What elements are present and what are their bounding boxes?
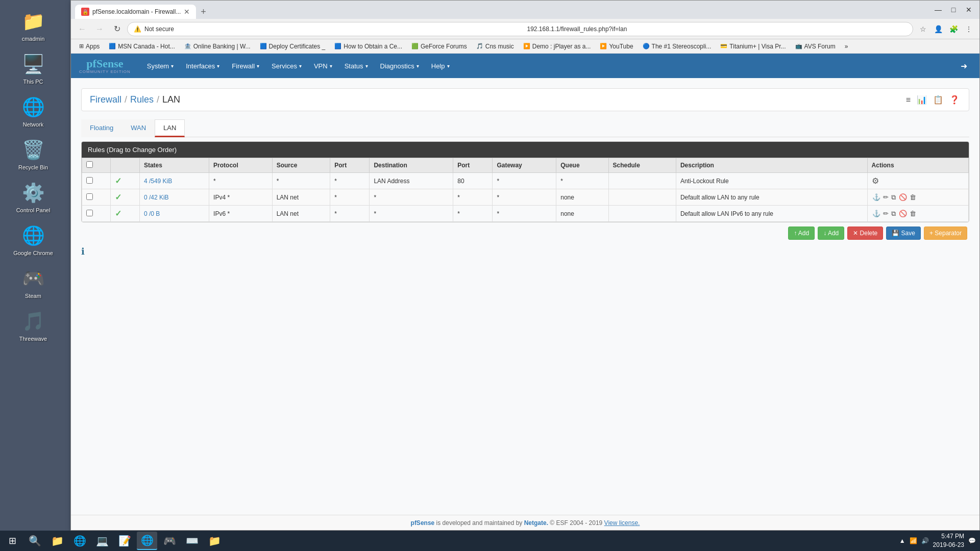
nav-item-firewall[interactable]: Firewall ▾ — [226, 54, 265, 78]
taskbar-steam-button[interactable]: 🎮 — [159, 532, 180, 550]
info-icon[interactable]: ℹ — [81, 246, 85, 257]
taskbar-chrome-button[interactable]: 🌐 — [137, 532, 157, 550]
new-tab-button[interactable]: + — [196, 5, 210, 19]
bookmark-banking[interactable]: 🏦 Online Banking | W... — [180, 42, 255, 51]
bookmark-avs[interactable]: 📺 AVS Forum — [791, 42, 840, 51]
breadcrumb-list-icon[interactable]: 📋 — [932, 94, 944, 106]
bookmark-star-button[interactable]: ☆ — [916, 22, 929, 36]
tray-action-center-icon[interactable]: 💬 — [968, 537, 976, 544]
nav-item-system[interactable]: System ▾ — [141, 54, 180, 78]
taskbar-notepad-button[interactable]: 📝 — [114, 532, 135, 550]
breadcrumb-rules[interactable]: Rules — [130, 94, 154, 105]
back-button[interactable]: ← — [75, 22, 89, 36]
separator-button[interactable]: + Separator — [924, 227, 967, 240]
desktop-icon-steam[interactable]: 🎮 Steam — [5, 262, 61, 303]
select-all-checkbox[interactable] — [86, 161, 93, 168]
desktop-icon-recycle-bin[interactable]: 🗑️ Recycle Bin — [5, 134, 61, 174]
taskbar-folder-button[interactable]: 💻 — [92, 532, 112, 550]
row2-delete-button[interactable]: 🗑 — [910, 193, 916, 201]
nav-item-diagnostics[interactable]: Diagnostics ▾ — [374, 54, 425, 78]
row3-enable: ✓ — [111, 206, 139, 222]
bookmark-geforce[interactable]: 🟩 GeForce Forums — [407, 42, 471, 51]
desktop-icon-threewave[interactable]: 🎵 Threewave — [5, 305, 61, 346]
desktop-icon-this-pc[interactable]: 🖥️ This PC — [5, 48, 61, 89]
row3-edit-button[interactable]: ✏ — [883, 210, 889, 217]
taskbar-extra-button[interactable]: 📁 — [204, 532, 225, 550]
nav-item-help[interactable]: Help ▾ — [425, 54, 456, 78]
start-button[interactable]: ⊞ — [4, 533, 20, 549]
tab-lan[interactable]: LAN — [155, 119, 185, 137]
maximize-button[interactable]: □ — [947, 3, 960, 16]
row2-move-icon[interactable]: ⚓ — [872, 193, 880, 201]
tray-icon-up-arrow[interactable]: ▲ — [899, 537, 905, 544]
bookmark-obtain-cert[interactable]: 🟦 How to Obtain a Ce... — [330, 42, 406, 51]
tab-floating-label: Floating — [90, 124, 113, 132]
jplayer-icon: ▶️ — [523, 43, 530, 49]
taskbar-search-button[interactable]: 🔍 — [24, 532, 45, 550]
desktop-icon-chrome[interactable]: 🌐 Google Chrome — [5, 219, 61, 260]
bookmark-more-button[interactable]: » — [841, 42, 852, 51]
bookmark-youtube-label: YouTube — [609, 43, 633, 50]
forward-button[interactable]: → — [92, 22, 107, 36]
row3-disable-button[interactable]: 🚫 — [899, 210, 907, 217]
nav-item-services[interactable]: Services ▾ — [265, 54, 308, 78]
row2-disable-button[interactable]: 🚫 — [899, 193, 907, 201]
desktop-icon-network[interactable]: 🌐 Network — [5, 91, 61, 132]
tab-floating[interactable]: Floating — [81, 119, 122, 137]
taskbar-terminal-button[interactable]: ⌨️ — [182, 532, 202, 550]
extensions-button[interactable]: 🧩 — [947, 22, 960, 36]
bookmark-apps[interactable]: ⊞ Apps — [75, 42, 104, 51]
reload-button[interactable]: ↻ — [110, 22, 124, 36]
tab-wan[interactable]: WAN — [122, 119, 155, 137]
add-down-button[interactable]: ↓ Add — [818, 227, 844, 240]
close-button[interactable]: ✕ — [962, 3, 975, 16]
row1-queue: * — [556, 173, 608, 189]
breadcrumb-help-icon[interactable]: ❓ — [948, 94, 961, 106]
delete-button[interactable]: ✕ Delete — [847, 227, 883, 240]
row2-copy-button[interactable]: ⧉ — [891, 193, 896, 201]
row1-gear-button[interactable]: ⚙ — [872, 177, 879, 185]
bookmark-cns-music[interactable]: 🎵 Cns music — [472, 42, 518, 51]
row2-enable-icon: ✓ — [115, 193, 121, 202]
row3-copy-button[interactable]: ⧉ — [891, 210, 896, 217]
row2-check[interactable] — [86, 193, 93, 200]
nav-item-interfaces[interactable]: Interfaces ▾ — [180, 54, 226, 78]
address-actions: ☆ 👤 🧩 ⋮ — [916, 22, 975, 36]
bookmark-demo-jplayer[interactable]: ▶️ Demo : jPlayer as a... — [519, 42, 595, 51]
nav-item-vpn[interactable]: VPN ▾ — [308, 54, 338, 78]
row3-move-icon[interactable]: ⚓ — [872, 210, 880, 217]
url-bar[interactable]: ⚠️ Not secure 192.168.1.1/firewall_rules… — [127, 22, 913, 36]
breadcrumb-firewall[interactable]: Firewall — [90, 94, 121, 105]
row3-states-link[interactable]: 0 /0 B — [144, 210, 160, 217]
save-button[interactable]: 💾 Save — [886, 227, 921, 240]
row1-gateway: * — [493, 173, 556, 189]
add-up-button[interactable]: ↑ Add — [788, 227, 815, 240]
minimize-button[interactable]: — — [932, 3, 945, 16]
row1-states-link[interactable]: 4 /549 KiB — [144, 178, 172, 185]
desktop-icon-control-panel[interactable]: ⚙️ Control Panel — [5, 177, 61, 217]
desktop-icon-cmadmin[interactable]: 📁 cmadmin — [5, 5, 61, 46]
row3-delete-button[interactable]: 🗑 — [910, 210, 916, 217]
taskbar-file-explorer-button[interactable]: 📁 — [47, 532, 67, 550]
row1-check[interactable] — [86, 177, 93, 184]
nav-item-status[interactable]: Status ▾ — [338, 54, 374, 78]
profile-button[interactable]: 👤 — [932, 22, 945, 36]
menu-button[interactable]: ⋮ — [962, 22, 975, 36]
bookmark-titanium[interactable]: 💳 Titanium+ | Visa Pr... — [716, 42, 790, 51]
bookmark-stereoscopic[interactable]: 🔵 The #1 Stereoscopli... — [639, 42, 716, 51]
footer-license-link[interactable]: View license. — [604, 519, 640, 527]
desktop-icon-label-cmadmin: cmadmin — [22, 36, 45, 42]
breadcrumb-table-icon[interactable]: ≡ — [905, 94, 912, 106]
bookmark-deploy-certs[interactable]: 🟦 Deploy Certificates _ — [256, 42, 330, 51]
browser-tab[interactable]: 🔒 pfSense.localdomain - Firewall... ✕ — [75, 5, 196, 19]
col-source: Source — [272, 158, 330, 173]
nav-arrow-button[interactable]: ➜ — [957, 54, 971, 78]
row3-check[interactable] — [86, 210, 93, 216]
tab-close-button[interactable]: ✕ — [184, 8, 190, 16]
bookmark-youtube[interactable]: ▶️ YouTube — [596, 42, 637, 51]
row2-states-link[interactable]: 0 /42 KiB — [144, 194, 169, 201]
taskbar-edge-button[interactable]: 🌐 — [69, 532, 90, 550]
breadcrumb-chart-icon[interactable]: 📊 — [916, 94, 928, 106]
bookmark-msn[interactable]: 🟦 MSN Canada - Hot... — [105, 42, 179, 51]
row2-edit-button[interactable]: ✏ — [883, 193, 889, 201]
